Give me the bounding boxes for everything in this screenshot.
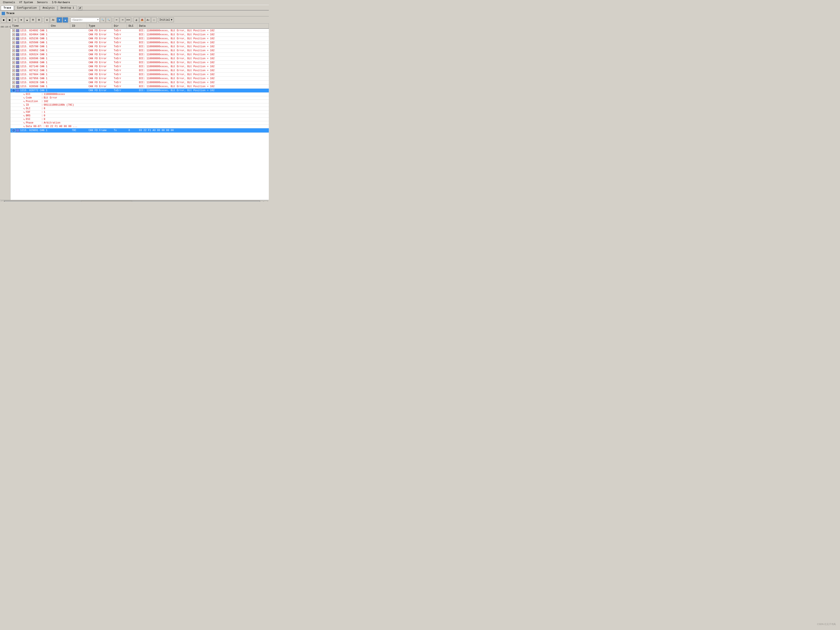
row-icon xyxy=(16,45,19,48)
expand-btn[interactable]: + xyxy=(12,81,15,84)
expand-btn[interactable]: + xyxy=(12,29,15,32)
toolbar-btn-log[interactable]: ≣ xyxy=(36,17,41,23)
row-dlc xyxy=(127,33,137,37)
toolbar-btn-up[interactable]: ▲ xyxy=(63,17,68,23)
toolbar-btn-prev[interactable]: ⇐ xyxy=(114,17,119,23)
row-type: CAN FD Error xyxy=(87,57,112,61)
row-dir: TxErr xyxy=(112,65,127,69)
scroll-left-btn[interactable]: ◀ xyxy=(1,201,4,202)
tab-extra-icon[interactable]: 🗗 xyxy=(78,6,82,10)
table-row[interactable]: +1213. 027956 CAN 1CAN FD ErrorTxErrECC:… xyxy=(11,77,269,81)
bottom-expand-btn[interactable]: + xyxy=(12,129,15,132)
table-row[interactable]: +1213. 027684 CAN 1CAN FD ErrorTxErrECC:… xyxy=(11,73,269,77)
row-dlc xyxy=(127,28,137,33)
toolbar-btn-filter[interactable]: ▼ xyxy=(19,17,24,23)
tab-trace[interactable]: Trace xyxy=(1,6,14,10)
scroll-right-btn[interactable]: ▶ xyxy=(260,201,263,202)
table-row[interactable]: +1213. 024692 CAN 1CAN FD ErrorTxErrECC:… xyxy=(11,28,269,33)
menu-channels[interactable]: Channels xyxy=(1,1,17,5)
table-row[interactable]: +1213. 026052 CAN 1CAN FD ErrorTxErrECC:… xyxy=(11,49,269,53)
toolbar-btn-search1[interactable]: 🔍 xyxy=(100,17,106,23)
row-data: ECC: 110000000xxxxx, Bit Error, Bit Posi… xyxy=(137,73,269,77)
detail-label: ID xyxy=(26,104,41,106)
expand-btn[interactable]: + xyxy=(12,57,15,60)
detail-row: ∿FDF : 1 xyxy=(11,111,269,114)
menu-vtsystem[interactable]: VT System xyxy=(17,1,35,5)
search-dropdown-arrow[interactable]: ▼ xyxy=(97,19,98,21)
row-id xyxy=(70,28,87,33)
toolbar-btn-font-inc[interactable]: A+ xyxy=(145,17,151,23)
table-row[interactable]: +1213. 025508 CAN 1CAN FD ErrorTxErrECC:… xyxy=(11,41,269,45)
selected-row[interactable]: -1213. 028772 CAN 1CAN FD ErrorTxErrECC:… xyxy=(11,88,269,93)
table-row[interactable]: +1213. 025236 CAN 1CAN FD ErrorTxErrECC:… xyxy=(11,37,269,41)
selected-expand-btn[interactable]: - xyxy=(12,89,15,92)
main-area: 0:00:19:47 Time Chn ID Type Dir DLC Data… xyxy=(0,24,269,200)
table-row[interactable]: +1213. 028228 CAN 1CAN FD ErrorTxErrECC:… xyxy=(11,81,269,85)
bottom-row[interactable]: +1213. 029091 CAN 1 78C CAN FD Frame Tx … xyxy=(11,128,269,133)
toolbar-btn-down[interactable]: ▼ xyxy=(57,17,62,23)
table-row[interactable]: +1213. 027140 CAN 1CAN FD ErrorTxErrECC:… xyxy=(11,65,269,69)
bottom-row-dlc: 8 xyxy=(127,128,137,133)
expand-btn[interactable]: + xyxy=(12,61,15,64)
expand-btn[interactable]: + xyxy=(12,85,15,88)
toolbar-btn-next[interactable]: ⇒ xyxy=(120,17,125,23)
expand-btn[interactable]: + xyxy=(12,65,15,68)
table-row[interactable]: +1213. 026596 CAN 1CAN FD ErrorTxErrECC:… xyxy=(11,57,269,61)
expand-btn[interactable]: + xyxy=(12,33,15,36)
initial-dropdown[interactable]: Initial ▼ xyxy=(158,17,174,22)
expand-btn[interactable]: + xyxy=(12,41,15,44)
toolbar-btn-list[interactable]: ≡ xyxy=(13,17,18,23)
detail-colon: : xyxy=(43,125,45,128)
toolbar-btn-stop[interactable]: ⏹ xyxy=(7,17,12,23)
scrollbar-thumb[interactable] xyxy=(81,201,132,202)
expand-btn[interactable]: + xyxy=(12,69,15,72)
clock-value: 0:00:19:47 xyxy=(0,25,12,29)
table-container[interactable]: Time Chn ID Type Dir DLC Data +1213. 024… xyxy=(11,24,269,200)
tab-desktop1[interactable]: Desktop 1 xyxy=(58,6,77,10)
toolbar-btn-export[interactable]: 📤 xyxy=(139,17,145,23)
expand-btn[interactable]: + xyxy=(12,49,15,52)
expand-btn[interactable]: + xyxy=(12,53,15,56)
expand-btn[interactable]: + xyxy=(12,45,15,48)
table-row[interactable]: +1213. 024964 CAN 1CAN FD ErrorTxErrECC:… xyxy=(11,33,269,37)
toolbar-btn-record[interactable]: ⏺ xyxy=(1,17,6,23)
expand-btn[interactable]: + xyxy=(12,37,15,40)
detail-label: Position xyxy=(26,100,41,103)
row-icon xyxy=(16,65,19,68)
tab-analysis[interactable]: Analysis xyxy=(40,6,58,10)
row-data: ECC: 110000000xxxxx, Bit Error, Bit Posi… xyxy=(137,57,269,61)
toolbar-btn-filter2[interactable]: ▲ xyxy=(24,17,30,23)
table-row[interactable]: +1213. 028500 CAN 1CAN FD ErrorTxErrECC:… xyxy=(11,85,269,88)
row-chn xyxy=(49,45,70,49)
toolbar-btn-at[interactable]: At xyxy=(50,17,56,23)
menu-iohardware[interactable]: I/O-Hardware xyxy=(50,1,72,5)
expand-btn[interactable]: + xyxy=(12,73,15,76)
toolbar-btn-window[interactable]: □ xyxy=(151,17,157,23)
trace-header: Trace xyxy=(0,11,269,16)
toolbar-btn-search2[interactable]: 🔍 xyxy=(106,17,111,23)
tab-area: Trace Configuration Analysis Desktop 1 🗗 xyxy=(0,5,269,11)
detail-label: FDF xyxy=(26,111,41,114)
row-icon xyxy=(16,81,19,84)
search-input[interactable] xyxy=(72,19,97,21)
table-row[interactable]: +1213. 027412 CAN 1CAN FD ErrorTxErrECC:… xyxy=(11,69,269,73)
row-dlc xyxy=(127,53,137,57)
table-row[interactable]: +1213. 026324 CAN 1CAN FD ErrorTxErrECC:… xyxy=(11,53,269,57)
horizontal-scrollbar[interactable] xyxy=(4,201,260,202)
table-row[interactable]: +1213. 026868 CAN 1CAN FD ErrorTxErrECC:… xyxy=(11,61,269,65)
toolbar-btn-pause[interactable]: ⏸ xyxy=(44,17,50,23)
expand-btn[interactable]: + xyxy=(12,77,15,80)
toolbar-btn-fastfwd[interactable]: ⊳⊳ xyxy=(126,17,131,23)
toolbar-btn-settings[interactable]: ⚙ xyxy=(30,17,36,23)
detail-wave-icon: ∿ xyxy=(23,122,25,124)
menu-sensors[interactable]: Sensors xyxy=(35,1,50,5)
row-id xyxy=(70,33,87,37)
tab-configuration[interactable]: Configuration xyxy=(14,6,39,10)
detail-row: ∿DLC : 8 xyxy=(11,107,269,111)
selected-row-data: ECC: 110000000xxxxx, Bit Error, Bit Posi… xyxy=(137,88,269,93)
table-row[interactable]: +1213. 025780 CAN 1CAN FD ErrorTxErrECC:… xyxy=(11,45,269,49)
selected-row-time: 1213. 028772 CAN 1 xyxy=(20,89,47,92)
row-dir: TxErr xyxy=(112,81,127,85)
row-id xyxy=(70,61,87,65)
toolbar-btn-print[interactable]: 🖨 xyxy=(134,17,139,23)
